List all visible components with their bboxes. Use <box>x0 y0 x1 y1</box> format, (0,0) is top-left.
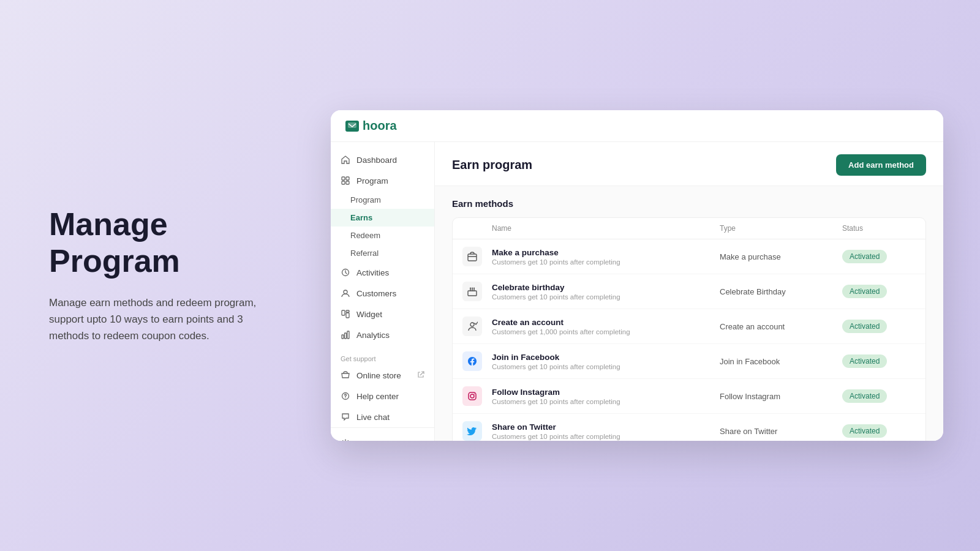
sidebar: Dashboard Program Program <box>331 142 435 441</box>
sidebar-item-customers[interactable]: Customers <box>331 283 434 304</box>
row-info: Create an account Customers get 1,000 po… <box>492 318 720 335</box>
svg-rect-8 <box>346 313 349 318</box>
svg-point-18 <box>470 323 474 326</box>
svg-rect-17 <box>468 291 477 296</box>
status-badge: Activated <box>842 354 887 368</box>
status-badge: Activated <box>842 424 887 438</box>
svg-rect-11 <box>345 333 347 339</box>
user-icon <box>341 288 350 298</box>
sidebar-item-program[interactable]: Program <box>331 170 434 191</box>
table-row: Follow Instagram Customers get 10 points… <box>453 379 925 414</box>
sidebar-bottom: Settings <box>331 427 434 441</box>
svg-rect-2 <box>346 177 349 180</box>
birthday-icon <box>462 282 482 301</box>
analytics-icon <box>341 330 350 340</box>
row-info: Join in Facebook Customers get 10 points… <box>492 353 720 370</box>
col-icon <box>462 224 492 233</box>
hero-title: ManageProgram <box>49 206 270 280</box>
sidebar-sub-label-redeem: Redeem <box>350 231 380 240</box>
page-title: Earn program <box>452 158 532 172</box>
sidebar-sub-redeem[interactable]: Redeem <box>331 227 434 244</box>
sidebar-label-widget: Widget <box>356 310 382 319</box>
sidebar-sub-label-program: Program <box>350 195 381 204</box>
svg-rect-12 <box>347 331 349 339</box>
sidebar-label-program: Program <box>356 176 388 186</box>
svg-point-21 <box>474 394 475 394</box>
grid-icon <box>341 176 350 186</box>
settings-icon <box>341 438 350 441</box>
table-row: Create an account Customers get 1,000 po… <box>453 309 925 344</box>
row-info: Follow Instagram Customers get 10 points… <box>492 388 720 405</box>
sidebar-sub-label-referral: Referral <box>350 249 379 258</box>
svg-rect-4 <box>346 181 349 184</box>
app-header: hoora <box>331 110 943 142</box>
sidebar-item-dashboard[interactable]: Dashboard <box>331 149 434 170</box>
widget-icon <box>341 309 350 319</box>
svg-rect-16 <box>468 254 477 261</box>
twitter-icon <box>462 421 482 441</box>
sidebar-sub-program[interactable]: Program <box>331 191 434 209</box>
sidebar-item-widget[interactable]: Widget <box>331 304 434 324</box>
svg-point-14 <box>345 397 345 398</box>
purchase-icon <box>462 247 482 266</box>
table-row: Make a purchase Customers get 10 points … <box>453 239 925 274</box>
row-info: Share on Twitter Customers get 10 points… <box>492 422 720 440</box>
table-row: Celebrate birthday Customers get 10 poin… <box>453 274 925 309</box>
sidebar-label-help-center: Help center <box>356 392 399 401</box>
sidebar-label-activities: Activities <box>356 268 389 277</box>
status-badge: Activated <box>842 320 887 333</box>
sidebar-item-online-store[interactable]: Online store <box>331 365 434 386</box>
store-icon <box>341 370 350 380</box>
app-window: hoora Dashboard <box>331 110 943 441</box>
earn-table: Name Type Status <box>452 217 926 441</box>
col-type: Type <box>720 224 842 233</box>
table-header-row: Name Type Status <box>453 218 925 239</box>
clock-icon <box>341 268 350 277</box>
add-earn-method-button[interactable]: Add earn method <box>836 154 926 176</box>
svg-rect-19 <box>469 392 476 400</box>
sidebar-item-settings[interactable]: Settings <box>331 433 434 441</box>
support-section-label: Get support <box>331 348 434 365</box>
svg-point-6 <box>344 290 347 294</box>
account-icon <box>462 317 482 336</box>
main-content: Earn program Add earn method Earn method… <box>435 142 943 441</box>
sidebar-label-online-store: Online store <box>356 371 401 380</box>
sidebar-sub-referral[interactable]: Referral <box>331 244 434 262</box>
section-title: Earn methods <box>452 198 926 209</box>
table-row: Join in Facebook Customers get 10 points… <box>453 344 925 379</box>
help-icon <box>341 391 350 401</box>
svg-rect-10 <box>342 335 344 339</box>
status-badge: Activated <box>842 285 887 298</box>
row-info: Celebrate birthday Customers get 10 poin… <box>492 283 720 301</box>
sidebar-label-settings: Settings <box>356 439 386 441</box>
logo-text: hoora <box>363 119 397 133</box>
sidebar-item-activities[interactable]: Activities <box>331 262 434 283</box>
row-info: Make a purchase Customers get 10 points … <box>492 248 720 266</box>
sidebar-sub-label-earns: Earns <box>350 213 372 222</box>
status-badge: Activated <box>842 389 887 403</box>
left-panel: ManageProgram Manage earn methods and re… <box>0 206 318 344</box>
svg-rect-1 <box>342 177 345 180</box>
hero-subtitle: Manage earn methods and redeem program, … <box>49 294 270 345</box>
status-badge: Activated <box>842 250 887 263</box>
sidebar-sub-earns[interactable]: Earns <box>331 209 434 227</box>
logo-icon <box>345 121 359 132</box>
logo: hoora <box>345 119 397 133</box>
app-body: Dashboard Program Program <box>331 142 943 441</box>
svg-point-20 <box>470 394 474 398</box>
sidebar-label-dashboard: Dashboard <box>356 156 397 165</box>
external-link-icon <box>417 371 424 380</box>
col-name: Name <box>492 224 720 233</box>
table-row: Share on Twitter Customers get 10 points… <box>453 414 925 441</box>
instagram-icon <box>462 386 482 406</box>
home-icon <box>341 155 350 165</box>
sidebar-item-analytics[interactable]: Analytics <box>331 324 434 345</box>
sidebar-item-live-chat[interactable]: Live chat <box>331 407 434 427</box>
svg-rect-7 <box>342 310 345 315</box>
svg-rect-9 <box>346 310 349 312</box>
sidebar-label-live-chat: Live chat <box>356 413 390 422</box>
sidebar-item-help-center[interactable]: Help center <box>331 386 434 407</box>
sidebar-label-customers: Customers <box>356 289 396 298</box>
facebook-icon <box>462 351 482 371</box>
sidebar-label-analytics: Analytics <box>356 331 390 340</box>
